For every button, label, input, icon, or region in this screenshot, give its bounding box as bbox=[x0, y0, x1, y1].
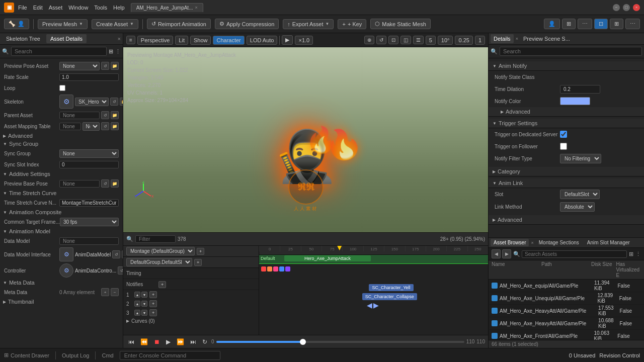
tab-details[interactable]: Details bbox=[491, 34, 514, 43]
close-button[interactable]: × bbox=[633, 4, 640, 11]
rate-scale-input[interactable] bbox=[59, 73, 119, 81]
notify-color-swatch[interactable] bbox=[560, 97, 590, 105]
playback-next-button[interactable]: ⏩ bbox=[175, 337, 186, 346]
controller-refresh[interactable]: ↺ bbox=[118, 266, 123, 275]
trigger-dedicated-checkbox[interactable] bbox=[560, 131, 567, 138]
playback-play-button[interactable]: ▶ bbox=[164, 337, 173, 346]
time-stretch-section-header[interactable]: ▼ Time Stretch Curve bbox=[0, 189, 123, 197]
sync-group-select[interactable]: None bbox=[59, 149, 119, 158]
preview-base-refresh[interactable]: ↺ bbox=[101, 179, 109, 188]
play-button[interactable]: ▶ bbox=[282, 35, 293, 45]
progress-thumb[interactable] bbox=[300, 339, 306, 345]
notify-down-1[interactable]: ▼ bbox=[141, 292, 147, 298]
toolbar-icon-6[interactable]: ⋯ bbox=[625, 19, 640, 29]
vp-one[interactable]: 1 bbox=[475, 36, 485, 45]
notifies-add-btn[interactable]: + bbox=[158, 281, 166, 288]
vp-grid-size[interactable]: 5 bbox=[426, 36, 436, 45]
time-stretch-n-input[interactable] bbox=[59, 199, 119, 207]
left-panel-close[interactable]: × bbox=[118, 36, 121, 42]
tab-preview-scene[interactable]: Preview Scene S... bbox=[520, 34, 573, 43]
tl-add-btn[interactable]: + bbox=[197, 248, 204, 255]
options-icon[interactable]: ⋮ bbox=[115, 48, 121, 55]
details-tab-close[interactable]: × bbox=[516, 36, 518, 41]
vp-icon-3[interactable]: ⊡ bbox=[388, 36, 398, 44]
asset-mapping-browse[interactable]: 📁 bbox=[111, 122, 119, 130]
tl-add-btn-2[interactable]: + bbox=[194, 259, 202, 266]
asset-row-2[interactable]: AM_Hero_Axe_HeavyAtt /All/Game/Ple 17.55… bbox=[489, 305, 644, 317]
menu-window[interactable]: Window bbox=[68, 5, 88, 11]
vp-icon-1[interactable]: ⊕ bbox=[364, 36, 374, 44]
toolbar-icon-3[interactable]: ⋯ bbox=[578, 19, 592, 29]
trigger-settings-header[interactable]: ▼ Trigger Settings bbox=[489, 119, 644, 128]
notify-up-1[interactable]: ▲ bbox=[134, 292, 140, 298]
meta-data-remove[interactable]: − bbox=[111, 288, 119, 296]
nav-prev-button[interactable]: ◀ bbox=[492, 249, 501, 258]
playback-progress-bar[interactable] bbox=[216, 341, 464, 343]
playback-loop-button[interactable]: ↻ bbox=[200, 337, 209, 346]
hamburger-menu[interactable]: ≡ bbox=[126, 36, 135, 44]
show-button[interactable]: Show bbox=[190, 36, 211, 45]
preview-pose-select[interactable]: None bbox=[59, 62, 100, 70]
character-button[interactable]: Character bbox=[213, 36, 244, 45]
anim-notify-header[interactable]: ▼ Anim Notify bbox=[489, 61, 644, 71]
toolbar-icon-5[interactable]: ⊞ bbox=[610, 19, 623, 29]
settings-icon[interactable]: ⊞ bbox=[109, 48, 113, 55]
ab-view-icon-2[interactable]: ⋮ bbox=[635, 251, 641, 257]
sync-slot-input[interactable] bbox=[59, 161, 119, 168]
notify-chip-2[interactable]: SC_Character_Collapse bbox=[362, 293, 417, 300]
asset-row-4[interactable]: AM_Hero_Axe_Front /All/Game/Ple 10.063 K… bbox=[489, 330, 644, 340]
notify-down-3[interactable]: ▼ bbox=[141, 310, 147, 316]
apply-compression-button[interactable]: ⚙ Apply Compression bbox=[215, 19, 279, 29]
link-method-select[interactable]: Absolute bbox=[560, 202, 595, 212]
revision-control[interactable]: Revision Control bbox=[599, 352, 640, 358]
viewport[interactable]: 🥷 🔥 🔥 Previewing Montage AM_Hero_Axe_Jum… bbox=[123, 47, 488, 232]
montage-select[interactable]: Montage (DefaultGroup) bbox=[126, 247, 195, 255]
notify-settings-3[interactable]: + bbox=[149, 309, 157, 316]
time-dilation-input[interactable] bbox=[560, 85, 600, 94]
skeleton-browse[interactable]: 📁 bbox=[120, 98, 123, 106]
anim-composite-section-header[interactable]: ▼ Animation Composite bbox=[0, 208, 123, 216]
left-search-input[interactable] bbox=[11, 47, 107, 56]
console-input[interactable] bbox=[120, 351, 220, 360]
additive-section-header[interactable]: ▼ Additive Settings bbox=[0, 170, 123, 178]
asset-row-0[interactable]: AM_Hero_Axe_equip /All/Game/Ple 11.394 K… bbox=[489, 280, 644, 292]
toolbar-icon-1[interactable]: 👤 bbox=[544, 19, 560, 29]
playback-stop-button[interactable]: ⏹ bbox=[152, 337, 162, 346]
preview-pose-browse[interactable]: 📁 bbox=[111, 62, 119, 70]
add-key-button[interactable]: + + Key bbox=[338, 19, 366, 29]
vp-icon-2[interactable]: ↺ bbox=[376, 36, 386, 44]
lod-auto-button[interactable]: LOD Auto bbox=[247, 36, 278, 45]
menu-tools[interactable]: Tools bbox=[94, 5, 107, 11]
preview-pose-refresh[interactable]: ↺ bbox=[101, 62, 109, 70]
notify-chip-1[interactable]: SC_Character_Yell bbox=[369, 284, 413, 291]
preview-base-browse[interactable]: 📁 bbox=[111, 179, 119, 188]
lit-button[interactable]: Lit bbox=[175, 36, 188, 45]
playback-prev-button[interactable]: ⏪ bbox=[138, 337, 150, 346]
sync-group-section-header[interactable]: ▼ Sync Group bbox=[0, 140, 123, 148]
main-tab[interactable]: AM_Hero_Axe_JumpAt... × bbox=[131, 3, 203, 12]
loop-checkbox[interactable] bbox=[59, 85, 65, 91]
asset-mapping-select[interactable]: None bbox=[83, 122, 100, 131]
tab-montage-sections[interactable]: Montage Sections bbox=[536, 239, 582, 246]
asset-row-3[interactable]: AM_Hero_Axe_HeavyAtt /All/Game/Ple 10.68… bbox=[489, 317, 644, 330]
menu-file[interactable]: File bbox=[18, 5, 27, 11]
advanced-section-header[interactable]: ▶ Advanced bbox=[0, 132, 123, 140]
output-log-button[interactable]: Output Log bbox=[62, 352, 89, 358]
default-slot-select[interactable]: DefaultGroup.DefaultSl bbox=[126, 258, 192, 266]
data-model-browse[interactable]: 📁 bbox=[122, 250, 123, 258]
toolbar-icon-4[interactable]: ⊡ bbox=[594, 19, 608, 29]
notify-settings-2[interactable]: + bbox=[149, 300, 157, 307]
vp-scale[interactable]: 0.25 bbox=[455, 36, 472, 45]
nav-next-button[interactable]: ▶ bbox=[502, 249, 511, 258]
notify-filter-select[interactable]: No Filtering bbox=[560, 154, 601, 163]
asset-mapping-refresh[interactable]: ↺ bbox=[101, 122, 109, 130]
playback-last-button[interactable]: ⏭ bbox=[188, 337, 198, 346]
parent-refresh[interactable]: ↺ bbox=[101, 111, 109, 119]
ab-view-icon-1[interactable]: ⊞ bbox=[629, 251, 633, 257]
ab-search-input[interactable] bbox=[522, 250, 627, 258]
tab-close[interactable]: × bbox=[195, 5, 197, 10]
rp-search-input[interactable] bbox=[500, 47, 642, 56]
menu-help[interactable]: Help bbox=[113, 5, 125, 11]
parent-browse[interactable]: 📁 bbox=[111, 111, 119, 119]
anim-model-section-header[interactable]: ▼ Animation Model bbox=[0, 227, 123, 235]
